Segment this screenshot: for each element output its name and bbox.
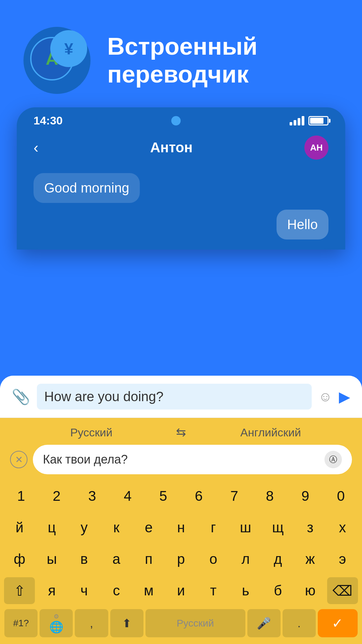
input-bar: 📎 How are you doing? ☺ ▶ [0, 376, 362, 418]
message-received: Good morning [34, 173, 140, 203]
key-1[interactable]: 1 [4, 483, 38, 509]
translation-field[interactable]: Как твои дела? Ⓐ [33, 445, 352, 474]
key-н[interactable]: н [166, 514, 196, 541]
status-indicators [290, 116, 328, 125]
chat-messages: Good morning Hello [17, 166, 345, 250]
key-ф[interactable]: ф [4, 546, 35, 573]
key-я[interactable]: я [36, 577, 67, 604]
cursor-key[interactable]: ⬆ [110, 609, 143, 637]
key-м[interactable]: м [133, 577, 164, 604]
spacebar-key[interactable]: Русский [145, 609, 245, 637]
source-language-label[interactable]: Русский [13, 426, 169, 439]
key-3[interactable]: 3 [75, 483, 109, 509]
key-ь[interactable]: ь [230, 577, 261, 604]
status-dot [171, 116, 181, 125]
key-з[interactable]: з [295, 514, 325, 541]
keyboard-yellow: Русский ⇆ Английский ✕ Как твои дела? Ⓐ … [0, 418, 362, 644]
key-х[interactable]: х [327, 514, 358, 541]
globe-key[interactable]: ⚙ 🌐 [40, 609, 73, 637]
key-ы[interactable]: ы [36, 546, 67, 573]
shift-key[interactable]: ⇧ [4, 577, 35, 604]
battery-icon [308, 116, 328, 125]
key-4[interactable]: 4 [111, 483, 145, 509]
attach-icon[interactable]: 📎 [12, 388, 30, 406]
top-section: A ¥ Встроенный переводчик [0, 0, 362, 107]
key-ц[interactable]: ц [36, 514, 67, 541]
key-у[interactable]: у [69, 514, 100, 541]
app-title: Встроенный переводчик [107, 33, 257, 88]
translation-row: ✕ Как твои дела? Ⓐ [0, 445, 362, 480]
key-2[interactable]: 2 [40, 483, 74, 509]
key-9[interactable]: 9 [288, 483, 322, 509]
bottom-bar: #1? ⚙ 🌐 , ⬆ Русский 🎤 . ✓ [0, 606, 362, 644]
key-в[interactable]: в [69, 546, 100, 573]
message-input[interactable]: How are you doing? [37, 384, 312, 410]
translate-icon-button[interactable]: Ⓐ [324, 451, 342, 468]
key-р[interactable]: р [166, 546, 196, 573]
key-0[interactable]: 0 [324, 483, 358, 509]
key-д[interactable]: д [262, 546, 293, 573]
key-с[interactable]: с [101, 577, 132, 604]
status-bar: 14:30 [17, 107, 345, 130]
clear-translation-button[interactable]: ✕ [10, 451, 27, 468]
emoji-icon[interactable]: ☺ [318, 389, 332, 404]
number-row: 1 2 3 4 5 6 7 8 9 0 [0, 480, 362, 512]
icon-yen-circle: ¥ [50, 30, 87, 67]
target-language-label[interactable]: Английский [193, 426, 349, 439]
keyboard-row1: й ц у к е н г ш щ з х [0, 512, 362, 543]
key-й[interactable]: й [4, 514, 35, 541]
contact-avatar[interactable]: АН [304, 136, 328, 160]
key-п[interactable]: п [133, 546, 164, 573]
swap-languages-icon[interactable]: ⇆ [169, 425, 193, 439]
key-о[interactable]: о [198, 546, 229, 573]
key-б[interactable]: б [262, 577, 293, 604]
send-button[interactable]: ▶ [339, 388, 350, 405]
key-8[interactable]: 8 [253, 483, 287, 509]
key-г[interactable]: г [198, 514, 229, 541]
gear-icon: ⚙ [54, 613, 59, 620]
key-а[interactable]: а [101, 546, 132, 573]
key-л[interactable]: л [230, 546, 261, 573]
app-icon: A ¥ [23, 27, 90, 94]
key-э[interactable]: э [327, 546, 358, 573]
keyboard-row2: ф ы в а п р о л д ж э [0, 543, 362, 575]
key-7[interactable]: 7 [217, 483, 251, 509]
key-5[interactable]: 5 [146, 483, 180, 509]
keyboard-area: 📎 How are you doing? ☺ ▶ Русский ⇆ Англи… [0, 376, 362, 644]
key-6[interactable]: 6 [182, 483, 216, 509]
key-ч[interactable]: ч [69, 577, 100, 604]
key-ж[interactable]: ж [295, 546, 325, 573]
key-ю[interactable]: ю [295, 577, 325, 604]
period-key[interactable]: . [283, 609, 316, 637]
key-к[interactable]: к [101, 514, 132, 541]
key-е[interactable]: е [133, 514, 164, 541]
phone-mockup: 14:30 ‹ Антон АН Good morning Hello [17, 107, 345, 250]
message-sent: Hello [277, 210, 328, 239]
key-ш[interactable]: ш [230, 514, 261, 541]
microphone-key[interactable]: 🎤 [247, 609, 281, 637]
status-time: 14:30 [34, 114, 63, 127]
key-щ[interactable]: щ [262, 514, 293, 541]
keyboard-row3: ⇧ я ч с м и т ь б ю ⌫ [0, 575, 362, 606]
backspace-key[interactable]: ⌫ [327, 577, 358, 604]
signal-bars [290, 116, 304, 125]
chat-header: ‹ Антон АН [17, 130, 345, 166]
symbols-key[interactable]: #1? [4, 609, 38, 637]
key-и[interactable]: и [166, 577, 196, 604]
comma-key[interactable]: , [75, 609, 108, 637]
key-т[interactable]: т [198, 577, 229, 604]
translator-bar: Русский ⇆ Английский [0, 418, 362, 445]
back-button[interactable]: ‹ [34, 139, 39, 156]
chat-contact-name: Антон [150, 140, 193, 156]
confirm-key[interactable]: ✓ [318, 609, 358, 637]
icon-yen-letter: ¥ [64, 40, 73, 58]
